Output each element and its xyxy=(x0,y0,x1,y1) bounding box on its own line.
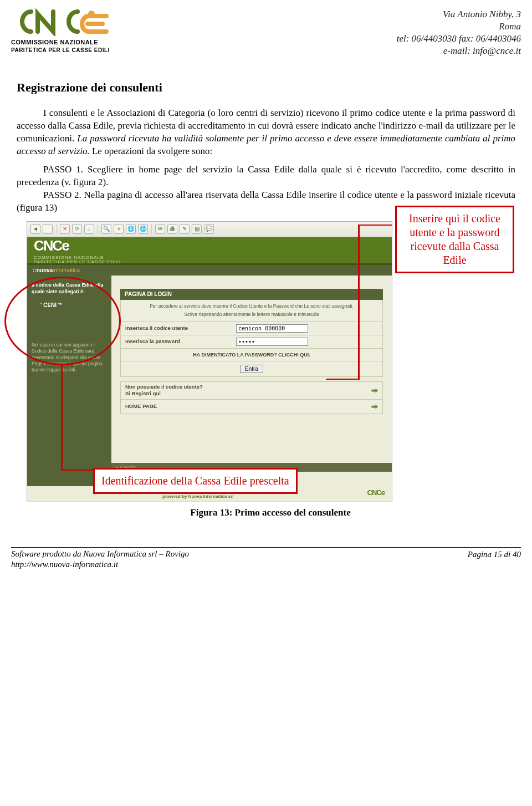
footer-page-number: Pagina 15 di 40 xyxy=(468,549,521,570)
input-password[interactable] xyxy=(236,338,308,346)
addr-line-1: Via Antonio Nibby, 3 xyxy=(397,8,521,21)
embedded-screenshot: ◄ ✕ ⟳ ⌂ 🔍 ★ 🌐 🌐 ✉ 🖶 ✎ ▤ 💬 CNC xyxy=(27,221,392,502)
mail-icon[interactable]: ✉ xyxy=(155,224,165,234)
callout-identification: Identificazione della Cassa Edile presce… xyxy=(93,468,298,494)
link2-text: HOME PAGE xyxy=(125,403,157,410)
callout-identification-text: Identificazione della Cassa Edile presce… xyxy=(101,475,289,487)
login-panel: PAGINA DI LOGIN Per accedere al servizio… xyxy=(120,289,383,414)
link1a: Non possiede il codice utente? xyxy=(125,384,203,390)
header-address: Via Antonio Nibby, 3 Roma tel: 06/440303… xyxy=(397,8,521,57)
login-info: Per accedere al servizio deve inserire i… xyxy=(120,300,383,322)
toolbar-sep3 xyxy=(151,224,152,234)
input-username[interactable] xyxy=(236,324,308,333)
passo-1: PASSO 1. Scegliere in home page del serv… xyxy=(17,164,515,189)
sidebar-box1-text: Il codice della Cassa Edile alla quale s… xyxy=(32,282,104,294)
subbanner-b: informatica xyxy=(53,267,80,273)
label-password: Inserisca la password xyxy=(125,338,236,345)
footer-url: http://www.nuova-informatica.it xyxy=(11,559,189,570)
sidebar-box-1: Il codice della Cassa Edile alla quale s… xyxy=(32,282,107,309)
history-icon[interactable]: 🌐 xyxy=(126,224,136,234)
addr-line-3: tel: 06/4403038 fax: 06/4403046 xyxy=(397,33,521,45)
para1-c: Le operazioni da svolgere sono: xyxy=(90,146,212,156)
addr-line-2: Roma xyxy=(397,21,521,33)
screenshot-sidebar: Il codice della Cassa Edile alla quale s… xyxy=(27,276,111,486)
callout-line-1v xyxy=(358,225,360,380)
subbanner-a: ::nuova xyxy=(33,267,53,273)
intro-paragraph: I consulenti e le Associazioni di Catego… xyxy=(17,107,515,158)
label-username: Inserisca il codice utente xyxy=(125,325,236,332)
footer-left: Software prodotto da Nuova Informatica s… xyxy=(11,549,189,570)
figure-13: Inserire qui il codice utente e la passw… xyxy=(27,221,514,519)
logo-sub-1: COMMISSIONE NAZIONALE xyxy=(11,38,133,47)
link-register[interactable]: Non possiede il codice utente? Si Regist… xyxy=(120,381,383,400)
page-title: Registrazione dei consulenti xyxy=(17,79,515,96)
callout-line-1b xyxy=(326,379,359,380)
figure-caption: Figura 13: Primo accesso del consulente xyxy=(27,507,514,519)
callout-credentials: Inserire qui il codice utente e la passw… xyxy=(395,206,514,273)
enter-button[interactable]: Entra xyxy=(240,365,263,373)
search-icon[interactable]: 🔍 xyxy=(101,224,111,234)
forward-icon[interactable] xyxy=(43,224,53,234)
toolbar-sep xyxy=(56,224,57,234)
logo-block: COMMISSIONE NAZIONALE PARITETICA PER LE … xyxy=(11,8,133,54)
sub-banner: ::nuovainformatica xyxy=(27,265,392,276)
cnce-logo-icon xyxy=(11,8,116,36)
enter-row: Entra xyxy=(120,361,383,377)
back-icon[interactable]: ◄ xyxy=(30,224,40,234)
footer-credit-2: powered by Nuova Informatica srl xyxy=(162,494,233,499)
edit-icon[interactable]: ✎ xyxy=(180,224,190,234)
screenshot-main: PAGINA DI LOGIN Per accedere al servizio… xyxy=(111,276,392,486)
page-footer: Software prodotto da Nuova Informatica s… xyxy=(11,547,521,579)
callout-line-1 xyxy=(359,225,392,226)
arrow-right-icon: ➡ xyxy=(371,385,378,396)
home-icon[interactable]: ⌂ xyxy=(84,224,94,234)
login-info-2: Scriva rispettando attentamente le lette… xyxy=(125,312,378,318)
sidebar-ceni-code: ' CENI '* xyxy=(40,302,107,309)
links-block: Non possiede il codice utente? Si Regist… xyxy=(120,381,383,415)
print-icon[interactable]: 🖶 xyxy=(167,224,177,234)
refresh-icon[interactable]: ⟳ xyxy=(72,224,82,234)
logo-sub-2: PARITETICA PER LE CASSE EDILI xyxy=(11,47,133,54)
footer-producer: Software prodotto da Nuova Informatica s… xyxy=(11,549,189,560)
tool-icon-3[interactable]: 💬 xyxy=(204,224,214,234)
stop-icon[interactable]: ✕ xyxy=(60,224,70,234)
banner-sub-2: PARITETICA PER LE CASSE EDILI xyxy=(34,260,121,264)
toolbar-sep2 xyxy=(98,224,98,234)
login-row-user: Inserisca il codice utente xyxy=(120,322,383,335)
arrow-right-icon-2: ➡ xyxy=(371,401,378,412)
login-info-1: Per accedere al servizio deve inserire i… xyxy=(125,303,378,309)
callout-line-2v xyxy=(61,364,63,471)
footer-logo-icon: CNCe xyxy=(367,488,385,498)
addr-line-4: e-mail: info@cnce.it xyxy=(397,45,521,57)
forgot-password-link[interactable]: HA DIMENTICATO LA PASSWORD? CLICCHI QUI. xyxy=(120,349,383,361)
banner-logo-text: CNCe xyxy=(34,236,121,256)
login-row-pass: Inserisca la password xyxy=(120,335,383,349)
favorites-icon[interactable]: ★ xyxy=(114,224,124,234)
tool-icon-2[interactable]: ▤ xyxy=(192,224,202,234)
site-banner: CNCe COMMISSIONE NAZIONALE PARITETICA PE… xyxy=(27,237,392,265)
callout-line-2h xyxy=(61,470,93,471)
link-homepage[interactable]: HOME PAGE ➡ xyxy=(120,400,383,414)
sidebar-box-2: Nel caso in cui non appaiono il Codice d… xyxy=(32,342,107,373)
browser-toolbar: ◄ ✕ ⟳ ⌂ 🔍 ★ 🌐 🌐 ✉ 🖶 ✎ ▤ 💬 xyxy=(27,222,392,237)
link1b: Si Registri qui xyxy=(125,390,161,396)
link-register-text: Non possiede il codice utente? Si Regist… xyxy=(125,384,203,398)
main-content: Registrazione dei consulenti I consulent… xyxy=(11,57,521,530)
tool-icon-1[interactable]: 🌐 xyxy=(138,224,148,234)
login-header: PAGINA DI LOGIN xyxy=(120,289,383,300)
page-header: COMMISSIONE NAZIONALE PARITETICA PER LE … xyxy=(11,0,521,57)
